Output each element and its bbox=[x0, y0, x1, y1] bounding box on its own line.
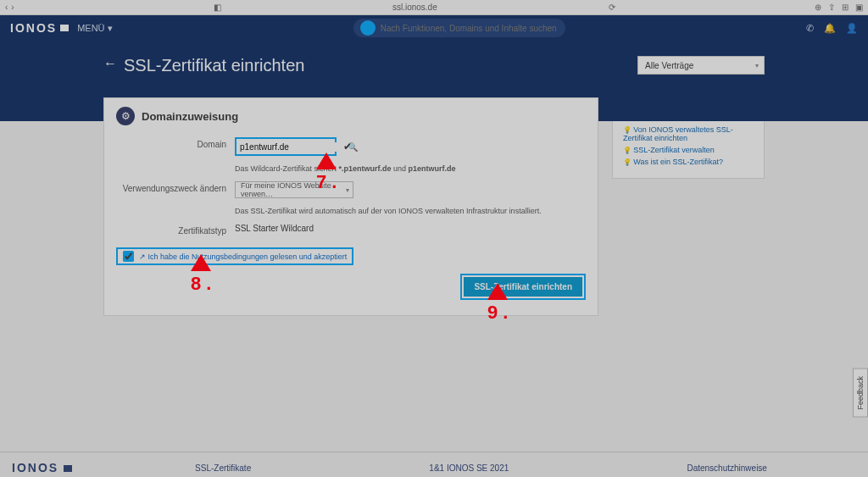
contracts-dropdown[interactable]: Alle Verträge bbox=[637, 56, 765, 75]
card-title: Domainzuweisung bbox=[142, 110, 238, 123]
download-icon[interactable]: ⊕ bbox=[815, 3, 821, 12]
footer-link-ssl[interactable]: SSL-Zertifikate bbox=[195, 463, 251, 473]
usage-note: Das SSL-Zertifikat wird automatisch auf … bbox=[235, 207, 586, 215]
nav-back-icon[interactable]: ‹ bbox=[5, 3, 8, 12]
cert-type-value: SSL Starter Wildcard bbox=[235, 224, 586, 236]
terms-checkbox[interactable] bbox=[123, 251, 134, 262]
back-arrow[interactable]: ← bbox=[103, 56, 117, 71]
tabs-icon[interactable]: ▣ bbox=[855, 3, 863, 12]
brand-logo[interactable]: IONOS bbox=[10, 21, 69, 35]
newtab-icon[interactable]: ⊞ bbox=[842, 3, 849, 12]
url-bar[interactable]: ssl.ionos.de bbox=[226, 3, 604, 12]
domain-input-wrap[interactable]: 🔍 bbox=[235, 137, 337, 156]
footer-center: 1&1 IONOS SE 2021 bbox=[429, 463, 509, 473]
setup-ssl-button[interactable]: SSL-Zertifikat einrichten bbox=[464, 277, 582, 297]
browser-chrome: ‹ › ◧ ssl.ionos.de ⟳ ⊕ ⇪ ⊞ ▣ bbox=[0, 0, 868, 15]
global-search[interactable] bbox=[353, 19, 565, 37]
chevron-down-icon: ▾ bbox=[108, 23, 113, 34]
terms-row[interactable]: ↗ Ich habe die Nutzungsbedingungen geles… bbox=[116, 247, 353, 265]
domain-assignment-card: ⚙ Domainzuweisung Domain 🔍 ✔ Das Wildcar… bbox=[103, 97, 598, 316]
domain-input[interactable] bbox=[240, 142, 348, 152]
footer-logo[interactable]: IONOS bbox=[12, 461, 72, 474]
page-title: SSL-Zertifikat einrichten bbox=[124, 56, 304, 75]
usage-select[interactable]: Für meine IONOS Website verwen… bbox=[235, 181, 353, 198]
gears-icon: ⚙ bbox=[116, 107, 135, 125]
help-link[interactable]: Was ist ein SSL-Zertifikat? bbox=[623, 158, 754, 166]
share-icon[interactable]: ⇪ bbox=[828, 3, 835, 12]
app-topbar: IONOS MENÜ▾ ✆ 🔔 👤 bbox=[0, 15, 868, 41]
menu-toggle[interactable]: MENÜ▾ bbox=[77, 23, 112, 34]
notifications-icon[interactable]: 🔔 bbox=[824, 23, 836, 34]
nav-fwd-icon[interactable]: › bbox=[11, 3, 14, 12]
cert-type-label: Zertifikatstyp bbox=[116, 224, 226, 236]
account-icon[interactable]: 👤 bbox=[846, 23, 858, 34]
feedback-tab[interactable]: Feedback bbox=[853, 369, 868, 418]
domain-valid-check-icon: ✔ bbox=[343, 141, 352, 153]
wildcard-note: Das Wildcard-Zertifikat sichert *.p1entw… bbox=[235, 164, 586, 173]
search-input[interactable] bbox=[381, 24, 559, 33]
phone-icon[interactable]: ✆ bbox=[806, 23, 814, 34]
reader-icon[interactable]: ◧ bbox=[214, 3, 221, 12]
search-icon bbox=[360, 20, 376, 36]
terms-link[interactable]: ↗ Ich habe die Nutzungsbedingungen geles… bbox=[139, 252, 347, 261]
footer-link-privacy[interactable]: Datenschutzhinweise bbox=[687, 463, 767, 473]
help-link[interactable]: Von IONOS verwaltetes SSL-Zertifikat ein… bbox=[623, 125, 754, 142]
reload-icon[interactable]: ⟳ bbox=[609, 3, 615, 12]
domain-label: Domain bbox=[116, 137, 226, 156]
usage-label: Verwendungszweck ändern bbox=[116, 181, 226, 198]
footer: IONOS SSL-Zertifikate 1&1 IONOS SE 2021 … bbox=[0, 452, 868, 477]
help-link[interactable]: SSL-Zertifikat verwalten bbox=[623, 146, 754, 154]
